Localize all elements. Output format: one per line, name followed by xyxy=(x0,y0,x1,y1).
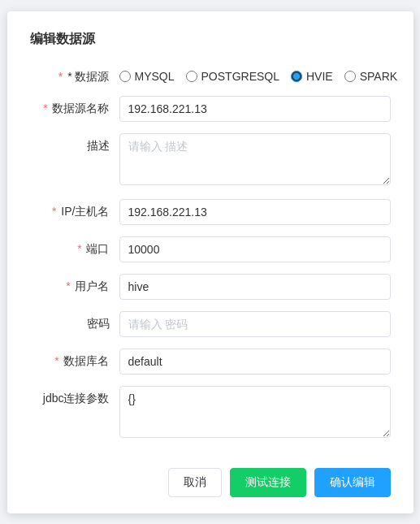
password-input[interactable] xyxy=(119,311,391,337)
datasource-required: * xyxy=(58,70,63,83)
dbname-control xyxy=(119,349,391,375)
dialog-title: 编辑数据源 xyxy=(30,31,391,48)
radio-postgresql-label: POSTGRESQL xyxy=(201,70,279,83)
datasource-radio-group: MYSQL POSTGRESQL HVIE SPARK xyxy=(119,64,398,83)
jdbc-label: jdbc连接参数 xyxy=(30,386,119,406)
radio-hvie-label: HVIE xyxy=(306,70,333,83)
ip-label: * IP/主机名 xyxy=(30,199,119,219)
radio-postgresql-input[interactable] xyxy=(186,71,197,82)
dbname-input[interactable] xyxy=(119,349,391,375)
username-row: * 用户名 xyxy=(30,274,391,300)
jdbc-textarea[interactable]: {} xyxy=(119,386,391,438)
jdbc-row: jdbc连接参数 {} xyxy=(30,386,391,440)
port-input[interactable] xyxy=(119,236,391,262)
username-label: * 用户名 xyxy=(30,274,119,294)
ip-row: * IP/主机名 xyxy=(30,199,391,225)
name-label: * 数据源名称 xyxy=(30,96,119,116)
edit-datasource-dialog: 编辑数据源 * * 数据源 MYSQL POSTGRESQL HVIE xyxy=(7,11,414,513)
port-control xyxy=(119,236,391,262)
radio-mysql-label: MYSQL xyxy=(135,70,175,83)
confirm-button[interactable]: 确认编辑 xyxy=(314,468,391,497)
dbname-label: * 数据库名 xyxy=(30,349,119,369)
description-label: 描述 xyxy=(30,133,119,154)
port-label: * 端口 xyxy=(30,236,119,257)
radio-mysql-input[interactable] xyxy=(119,71,131,82)
password-label: 密码 xyxy=(30,311,119,331)
radio-postgresql[interactable]: POSTGRESQL xyxy=(186,70,279,83)
username-control xyxy=(119,274,391,300)
description-row: 描述 xyxy=(30,133,391,188)
datasource-label: * * 数据源 xyxy=(30,64,119,84)
name-row: * 数据源名称 xyxy=(30,96,391,122)
ip-input[interactable] xyxy=(119,199,391,225)
radio-spark[interactable]: SPARK xyxy=(344,70,397,83)
radio-group: MYSQL POSTGRESQL HVIE SPARK xyxy=(119,64,398,83)
username-input[interactable] xyxy=(119,274,391,300)
description-control xyxy=(119,133,391,188)
password-row: 密码 xyxy=(30,311,391,337)
datasource-row: * * 数据源 MYSQL POSTGRESQL HVIE xyxy=(30,64,391,84)
name-input[interactable] xyxy=(119,96,391,122)
dbname-row: * 数据库名 xyxy=(30,349,391,375)
radio-hvie[interactable]: HVIE xyxy=(291,70,333,83)
radio-mysql[interactable]: MYSQL xyxy=(119,70,175,83)
port-row: * 端口 xyxy=(30,236,391,262)
name-control xyxy=(119,96,391,122)
radio-spark-label: SPARK xyxy=(360,70,397,83)
password-control xyxy=(119,311,391,337)
jdbc-control: {} xyxy=(119,386,391,440)
ip-control xyxy=(119,199,391,225)
test-connection-button[interactable]: 测试连接 xyxy=(230,468,306,497)
cancel-button[interactable]: 取消 xyxy=(168,468,222,497)
footer: 取消 测试连接 确认编辑 xyxy=(30,457,391,497)
description-textarea[interactable] xyxy=(119,133,391,185)
radio-hvie-input[interactable] xyxy=(291,71,302,82)
radio-spark-input[interactable] xyxy=(344,71,356,82)
